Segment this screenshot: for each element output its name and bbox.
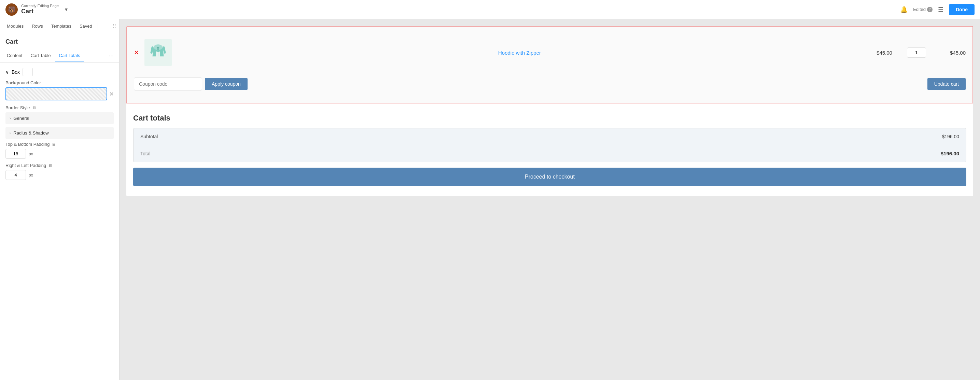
main-layout: Modules Rows Templates Saved ⠿ Cart Cont… [0,19,980,380]
canvas-area: ✕ Hoodie with Zipper [119,19,980,380]
cart-totals-title: Cart totals [133,114,966,122]
product-image [145,39,172,66]
top-bottom-padding-label: Top & Bottom Padding 🖥 [5,142,114,147]
right-left-padding-unit: px [29,173,33,178]
radius-shadow-chevron-icon: › [10,131,11,135]
topbar-title: Currently Editing Page Cart [21,4,59,15]
hoodie-icon [148,42,168,63]
box-color-preview [22,68,33,76]
canvas-inner: ✕ Hoodie with Zipper [126,26,973,196]
subtotal-value: $196.00 [942,134,959,139]
padding-section: Top & Bottom Padding 🖥 px Right & Left P… [5,142,114,180]
right-left-padding-input[interactable] [5,170,26,180]
remove-item-button[interactable]: ✕ [134,49,139,56]
top-bottom-padding-input[interactable] [5,149,26,159]
monitor-icon-2: 🖥 [52,142,56,147]
box-label: Box [12,69,20,75]
general-label: General [13,116,29,121]
sidebar-panel-content: ∨ Box Background Color ✕ Border Style 🖥 … [0,62,119,380]
svg-line-4 [164,48,165,52]
update-cart-button[interactable]: Update cart [928,78,966,90]
tab-divider [98,23,98,30]
sidebar-main-tabs: Modules Rows Templates Saved ⠿ [0,19,119,34]
cart-item-row: ✕ Hoodie with Zipper [134,33,966,72]
tab-templates[interactable]: Templates [47,19,75,34]
svg-line-3 [152,48,153,52]
tab-saved[interactable]: Saved [75,19,96,34]
coupon-row: Apply coupon Update cart [134,72,966,96]
sidebar-subtabs: Content Cart Table Cart Totals ··· [0,49,119,62]
edited-status: Edited ? [913,7,932,12]
subtab-cart-table[interactable]: Cart Table [27,50,55,62]
done-button[interactable]: Done [949,4,975,15]
page-title: Cart [21,8,59,15]
drag-handle-icon: ⠿ [112,23,116,30]
color-input-wrap: ✕ [5,87,114,100]
proceed-to-checkout-button[interactable]: Proceed to checkout [133,168,966,186]
top-bottom-padding-unit: px [29,152,33,156]
tab-rows[interactable]: Rows [28,19,47,34]
clear-color-button[interactable]: ✕ [109,91,114,97]
general-section[interactable]: › General [5,112,114,124]
sidebar-cart-title: Cart [0,34,119,49]
chevron-down-icon[interactable]: ▾ [65,6,68,13]
border-style-label: Border Style 🖥 [5,105,114,110]
line-total: $45.00 [932,50,966,56]
sidebar: Modules Rows Templates Saved ⠿ Cart Cont… [0,19,119,380]
more-options-icon[interactable]: ··· [106,49,116,62]
subtotal-row: Subtotal $196.00 [134,128,966,145]
topbar-left: 🐻 Currently Editing Page Cart ▾ [5,3,68,16]
radius-shadow-label: Radius & Shadow [13,130,48,135]
background-color-label: Background Color [5,80,114,85]
subtotal-label: Subtotal [140,134,158,139]
notification-icon[interactable]: 🔔 [900,6,908,13]
product-name: Hoodie with Zipper [177,50,862,56]
general-chevron-icon: › [10,116,11,120]
cart-table-section: ✕ Hoodie with Zipper [126,26,973,103]
apply-coupon-button[interactable]: Apply coupon [205,78,248,90]
top-bottom-padding-field: px [5,149,114,159]
subtab-cart-totals[interactable]: Cart Totals [55,50,84,62]
box-section-header: ∨ Box [5,68,114,76]
info-icon: ? [927,7,932,12]
radius-shadow-section[interactable]: › Radius & Shadow [5,127,114,139]
quantity-input[interactable] [907,48,926,58]
coupon-left: Apply coupon [134,78,248,91]
cart-totals-section: Cart totals Subtotal $196.00 Total $196.… [126,103,973,196]
total-row: Total $196.00 [134,145,966,162]
monitor-icon-3: 🖥 [48,163,52,168]
svg-rect-1 [157,47,159,50]
total-label: Total [140,151,151,156]
subtab-content[interactable]: Content [3,50,27,62]
right-left-padding-label: Right & Left Padding 🖥 [5,163,114,168]
coupon-input[interactable] [134,78,202,91]
currently-editing-label: Currently Editing Page [21,4,59,8]
cart-totals-table: Subtotal $196.00 Total $196.00 [133,128,966,162]
logo-icon: 🐻 [5,3,18,16]
product-price: $45.00 [867,50,902,56]
topbar-right: 🔔 Edited ? ☰ Done [900,4,975,15]
right-left-padding-field: px [5,170,114,180]
total-value: $196.00 [941,151,959,156]
box-collapse-icon[interactable]: ∨ [5,69,9,75]
background-color-input[interactable] [5,87,107,100]
monitor-icon: 🖥 [32,105,36,110]
menu-icon[interactable]: ☰ [938,6,943,13]
topbar: 🐻 Currently Editing Page Cart ▾ 🔔 Edited… [0,0,980,19]
tab-modules[interactable]: Modules [3,19,28,34]
